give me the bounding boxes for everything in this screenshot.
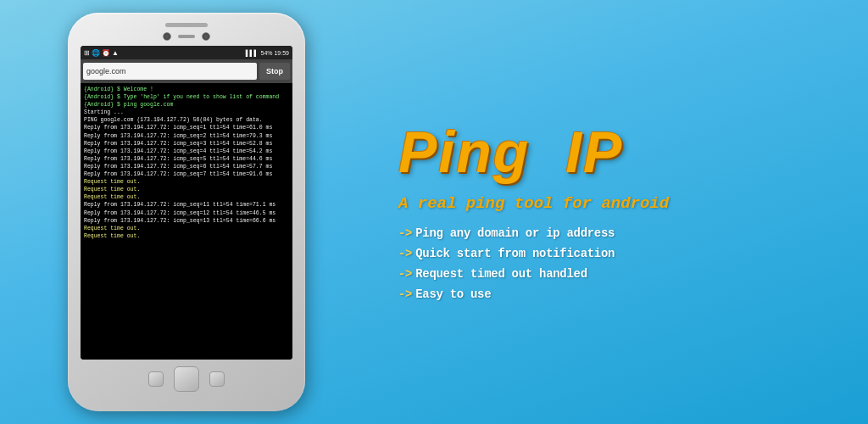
terminal-line: Reply from 173.194.127.72: icmp_seq=1 tt… (84, 124, 289, 131)
terminal-line: PING google.com (173.194.127.72) 56(84) … (84, 116, 289, 124)
app-title: Ping IP (398, 123, 843, 181)
feature-item: ->Request timed out handled (398, 267, 843, 281)
feature-item: ->Quick start from notification (398, 247, 843, 260)
signal-bars: ▌▌▌ (246, 50, 259, 56)
arrow-icon: -> (398, 226, 412, 240)
terminal-line: Request time out. (84, 193, 289, 201)
title-ping: Ping (398, 120, 530, 184)
terminal-line: Starting ... (84, 109, 289, 116)
phone-camera-row (163, 32, 210, 41)
arrow-icon: -> (398, 287, 412, 301)
menu-button[interactable] (209, 371, 225, 387)
status-bar: ⊞ 🌐 ⏰ ▲ ▌▌▌ 54% 19:59 (81, 46, 292, 59)
phone-nav-buttons (148, 366, 225, 392)
terminal-line: Reply from 173.194.127.72: icmp_seq=2 tt… (84, 132, 289, 140)
features-list: ->Ping any domain or ip address->Quick s… (398, 226, 843, 301)
terminal-line: {Android} $ Welcome ! (84, 86, 289, 93)
terminal-line: Reply from 173.194.127.72: icmp_seq=11 t… (84, 201, 289, 209)
status-right-info: ▌▌▌ 54% 19:59 (246, 50, 289, 56)
url-input-bar[interactable]: Stop (81, 59, 292, 83)
feature-item: ->Easy to use (398, 287, 843, 301)
phone-device: ⊞ 🌐 ⏰ ▲ ▌▌▌ 54% 19:59 Stop {Android} $ W… (68, 13, 305, 411)
terminal-line: Reply from 173.194.127.72: icmp_seq=5 tt… (84, 155, 289, 163)
browser-icon: 🌐 (92, 49, 100, 57)
phone-sensor (178, 35, 195, 38)
terminal-line: Reply from 173.194.127.72: icmp_seq=6 tt… (84, 163, 289, 170)
stop-button[interactable]: Stop (259, 63, 290, 80)
app-subtitle: A real ping tool for android (398, 194, 843, 213)
terminal-line: Request time out. (84, 178, 289, 186)
arrow-icon: -> (398, 247, 412, 260)
nav-icon: ⊞ (84, 49, 90, 57)
terminal-line: Reply from 173.194.127.72: icmp_seq=13 t… (84, 217, 289, 225)
url-input[interactable] (83, 63, 257, 80)
terminal-line: Request time out. (84, 186, 289, 193)
alarm-icon: ⏰ (102, 49, 110, 57)
terminal-line: {Android} $ ping google.com (84, 101, 289, 109)
terminal-line: Reply from 173.194.127.72: icmp_seq=4 tt… (84, 148, 289, 155)
terminal-line: {Android} $ Type 'help' if you need to s… (84, 93, 289, 101)
terminal-line: Reply from 173.194.127.72: icmp_seq=7 tt… (84, 170, 289, 178)
arrow-icon: -> (398, 267, 412, 281)
phone-camera-icon (163, 32, 171, 41)
terminal-output: {Android} $ Welcome !{Android} $ Type 'h… (81, 83, 292, 360)
phone-mockup: ⊞ 🌐 ⏰ ▲ ▌▌▌ 54% 19:59 Stop {Android} $ W… (0, 0, 373, 424)
terminal-line: Request time out. (84, 225, 289, 232)
phone-speaker (165, 23, 208, 27)
feature-item: ->Ping any domain or ip address (398, 226, 843, 240)
wifi-icon: ▲ (112, 49, 119, 57)
terminal-line: Reply from 173.194.127.72: icmp_seq=3 tt… (84, 140, 289, 148)
terminal-line: Request time out. (84, 232, 289, 240)
battery-percent: 54% 19:59 (261, 50, 289, 56)
terminal-line: Reply from 173.194.127.72: icmp_seq=12 t… (84, 209, 289, 217)
status-left-icons: ⊞ 🌐 ⏰ ▲ (84, 49, 119, 57)
back-button[interactable] (148, 371, 164, 387)
info-area: Ping IP A real ping tool for android ->P… (373, 106, 868, 318)
title-ip: IP (565, 120, 623, 184)
phone-screen: ⊞ 🌐 ⏰ ▲ ▌▌▌ 54% 19:59 Stop {Android} $ W… (81, 46, 292, 360)
home-button[interactable] (174, 366, 199, 392)
phone-camera-icon2 (202, 32, 210, 41)
